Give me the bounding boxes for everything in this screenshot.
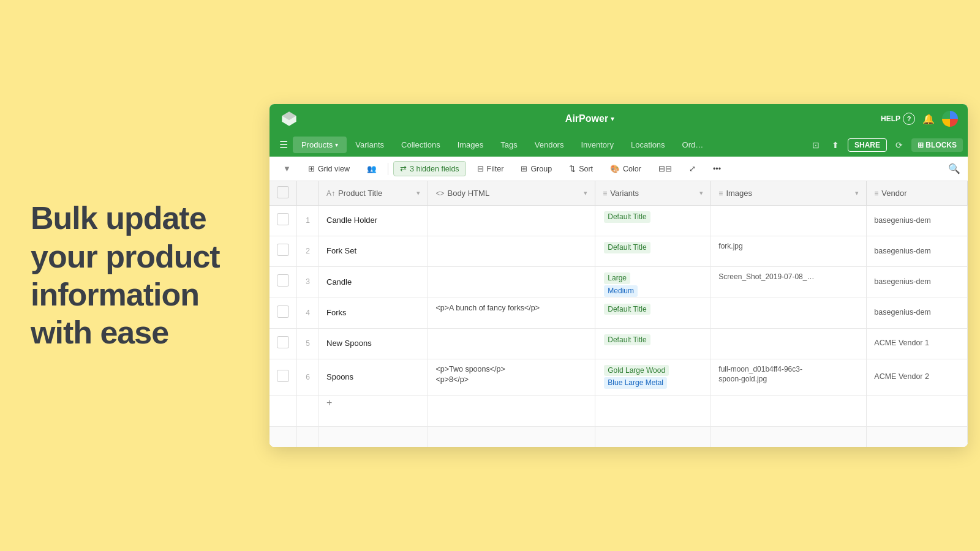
add-row[interactable]: + bbox=[270, 395, 968, 426]
tab-variants[interactable]: Variants bbox=[347, 137, 393, 153]
color-button[interactable]: 🎨 Color bbox=[604, 162, 647, 176]
row-checkbox-cell[interactable] bbox=[270, 328, 297, 359]
top-bar-right: HELP ? 🔔 bbox=[881, 111, 958, 127]
vendor-cell: ACME Vendor 2 bbox=[867, 359, 968, 395]
row-number: 6 bbox=[297, 359, 319, 395]
filter-toggle-button[interactable]: ▼ bbox=[277, 162, 297, 176]
row-number-header bbox=[297, 181, 319, 206]
vendor-icon: ≡ bbox=[874, 189, 878, 198]
help-icon: ? bbox=[903, 113, 915, 125]
images-icon: ≡ bbox=[718, 189, 723, 198]
column-width-icon: ⊟⊟ bbox=[658, 164, 672, 173]
product-title-cell[interactable]: Candle bbox=[319, 267, 428, 298]
tab-images[interactable]: Images bbox=[449, 137, 492, 153]
more-button[interactable]: ••• bbox=[707, 162, 727, 176]
row-checkbox-cell[interactable] bbox=[270, 206, 297, 236]
row-number: 4 bbox=[297, 298, 319, 328]
body-html-cell[interactable]: <p>A bunch of fancy forks</p> bbox=[428, 298, 595, 328]
col-body-html[interactable]: <> Body HTML ▾ bbox=[428, 181, 595, 206]
images-cell bbox=[711, 206, 867, 236]
product-title-cell[interactable]: Candle Holder bbox=[319, 206, 428, 236]
row-checkbox[interactable] bbox=[277, 244, 289, 256]
variants-cell[interactable]: Default Title bbox=[595, 328, 711, 359]
filter-button[interactable]: ⊟ Filter bbox=[471, 162, 510, 176]
col-product-title[interactable]: A↑ Product Title ▾ bbox=[319, 181, 428, 206]
sort-button[interactable]: ⇅ Sort bbox=[563, 162, 599, 176]
product-title-cell[interactable]: Fork Set bbox=[319, 236, 428, 267]
group-people-icon: 👥 bbox=[367, 164, 377, 173]
tab-products[interactable]: Products ▾ bbox=[293, 137, 347, 153]
product-title-cell[interactable]: New Spoons bbox=[319, 328, 428, 359]
group-button[interactable]: ⊞ Group bbox=[514, 162, 558, 176]
hidden-fields-icon: ⇄ bbox=[400, 164, 407, 173]
table-row: 4Forks<p>A bunch of fancy forks</p>Defau… bbox=[270, 298, 968, 328]
table-header-row: A↑ Product Title ▾ <> Body HTML ▾ bbox=[270, 181, 968, 206]
hidden-fields-button[interactable]: ⇄ 3 hidden fields bbox=[393, 161, 466, 176]
tab-orders[interactable]: Ord… bbox=[674, 137, 712, 153]
variants-cell[interactable]: Default Title bbox=[595, 236, 711, 267]
images-filter[interactable]: ▾ bbox=[855, 189, 859, 197]
col-images[interactable]: ≡ Images ▾ bbox=[711, 181, 867, 206]
share-button[interactable]: SHARE bbox=[848, 138, 887, 152]
tab-inventory[interactable]: Inventory bbox=[572, 137, 622, 153]
col-vendor[interactable]: ≡ Vendor bbox=[867, 181, 968, 206]
app-title-chevron[interactable]: ▾ bbox=[611, 114, 614, 123]
col-variants[interactable]: ≡ Variants ▾ bbox=[595, 181, 711, 206]
grid-view-button[interactable]: ⊞ Grid view bbox=[302, 162, 356, 176]
body-html-filter[interactable]: ▾ bbox=[584, 189, 587, 197]
row-checkbox-cell[interactable] bbox=[270, 298, 297, 328]
row-checkbox[interactable] bbox=[277, 336, 289, 348]
variants-icon: ≡ bbox=[603, 189, 607, 198]
variant-tag: Default Title bbox=[604, 242, 650, 253]
variants-cell[interactable]: Default Title bbox=[595, 298, 711, 328]
body-html-cell[interactable] bbox=[428, 328, 595, 359]
variant-tag: Default Title bbox=[604, 304, 650, 315]
row-checkbox-cell[interactable] bbox=[270, 236, 297, 267]
vendor-cell: basegenius-dem bbox=[867, 236, 968, 267]
empty-row bbox=[270, 426, 968, 447]
nav-icon-2[interactable]: ⬆ bbox=[828, 138, 843, 152]
body-html-cell[interactable] bbox=[428, 267, 595, 298]
row-checkbox-cell[interactable] bbox=[270, 267, 297, 298]
tab-vendors[interactable]: Vendors bbox=[526, 137, 573, 153]
column-width-button[interactable]: ⊟⊟ bbox=[652, 162, 678, 176]
product-title-cell[interactable]: Spoons bbox=[319, 359, 428, 395]
help-button[interactable]: HELP ? bbox=[881, 113, 915, 125]
nav-right-actions: ⊡ ⬆ SHARE ⟳ ⊞ BLOCKS bbox=[809, 138, 963, 152]
add-row-button[interactable]: + bbox=[319, 395, 428, 426]
tab-collections[interactable]: Collections bbox=[393, 137, 449, 153]
vendor-cell: basegenius-dem bbox=[867, 206, 968, 236]
tab-locations[interactable]: Locations bbox=[622, 137, 674, 153]
nav-icon-1[interactable]: ⊡ bbox=[809, 138, 823, 152]
blocks-button[interactable]: ⊞ BLOCKS bbox=[911, 138, 963, 152]
row-checkbox-cell[interactable] bbox=[270, 359, 297, 395]
body-html-cell[interactable]: <p>Two spoons</p> <p>8</p> bbox=[428, 359, 595, 395]
history-icon[interactable]: ⟳ bbox=[892, 138, 907, 152]
tab-tags[interactable]: Tags bbox=[492, 137, 526, 153]
variants-cell[interactable]: Gold Large WoodBlue Large Metal bbox=[595, 359, 711, 395]
variant-tag: Blue Large Metal bbox=[604, 377, 667, 389]
variant-tag: Large bbox=[604, 272, 630, 284]
checkbox-header[interactable] bbox=[270, 181, 297, 206]
table-row: 5New SpoonsDefault TitleACME Vendor 1 bbox=[270, 328, 968, 359]
body-html-cell[interactable] bbox=[428, 206, 595, 236]
notification-icon[interactable]: 🔔 bbox=[922, 113, 935, 125]
row-checkbox[interactable] bbox=[277, 213, 289, 225]
variants-filter[interactable]: ▾ bbox=[699, 189, 703, 197]
variants-cell[interactable]: Default Title bbox=[595, 206, 711, 236]
row-checkbox[interactable] bbox=[277, 274, 289, 287]
hamburger-button[interactable]: ☰ bbox=[274, 137, 293, 153]
table-row: 3CandleLargeMediumScreen_Shot_2019-07-08… bbox=[270, 267, 968, 298]
product-title-cell[interactable]: Forks bbox=[319, 298, 428, 328]
user-avatar[interactable] bbox=[942, 111, 958, 127]
product-title-filter[interactable]: ▾ bbox=[417, 189, 420, 197]
select-all-checkbox[interactable] bbox=[277, 186, 289, 198]
expand-button[interactable]: ⤢ bbox=[683, 162, 702, 176]
variant-tag: Default Title bbox=[604, 211, 650, 223]
search-button[interactable]: 🔍 bbox=[948, 163, 960, 174]
group-people-button[interactable]: 👥 bbox=[361, 162, 383, 176]
row-checkbox[interactable] bbox=[277, 370, 289, 382]
body-html-cell[interactable] bbox=[428, 236, 595, 267]
variants-cell[interactable]: LargeMedium bbox=[595, 267, 711, 298]
row-checkbox[interactable] bbox=[277, 305, 289, 318]
